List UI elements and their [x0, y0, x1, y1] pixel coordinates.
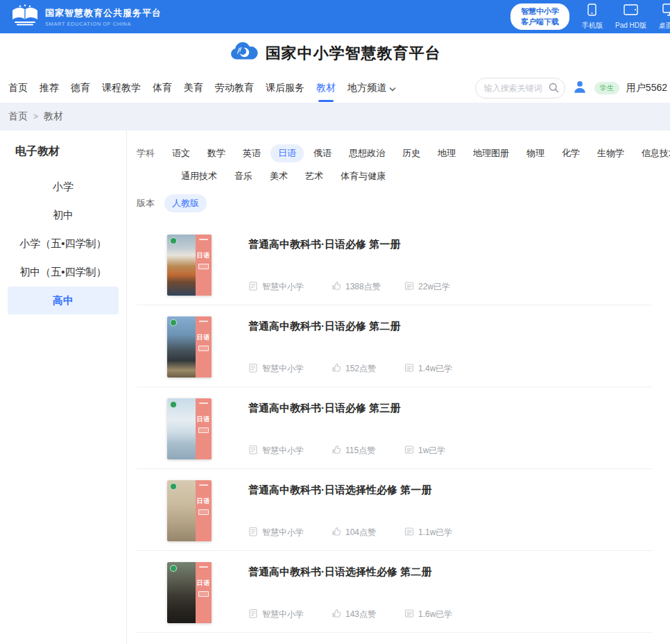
subject-filter-item[interactable]: 英语 [235, 144, 268, 162]
nav-item-local-channels[interactable]: 地方频道 [347, 79, 396, 97]
search-icon[interactable] [549, 83, 559, 96]
tablet-icon [624, 3, 638, 19]
nav-item[interactable]: 德育 [71, 79, 90, 97]
book-learned-count: 1.1w已学 [418, 527, 452, 539]
sidebar-item[interactable]: 小学 [8, 173, 119, 201]
sidebar-item[interactable]: 小学（五•四学制） [8, 230, 119, 257]
subject-filter-item[interactable]: 信息技术 [634, 144, 670, 162]
thumbs-up-icon [332, 527, 341, 539]
breadcrumb-home-link[interactable]: 首页 [8, 110, 28, 123]
book-likes: 1388点赞 [345, 281, 381, 293]
subject-filter-item[interactable]: 数学 [200, 144, 233, 162]
breadcrumb-current: 教材 [44, 110, 63, 123]
nav-item[interactable]: 课后服务 [266, 79, 304, 97]
user-avatar-icon[interactable] [572, 79, 587, 97]
book-likes: 152点赞 [345, 363, 376, 375]
version-filter-label: 版本 [137, 197, 155, 210]
book-publisher: 智慧中小学 [262, 609, 304, 620]
phone-icon [587, 3, 596, 19]
book-title[interactable]: 普通高中教科书·日语必修 第一册 [248, 238, 652, 251]
cover-grade-badge [198, 591, 209, 597]
book-list-item[interactable]: 日语 普通高中教科书·日语必修 第三册 智慧中小学 [137, 387, 652, 469]
subject-filter-item[interactable]: 历史 [395, 144, 428, 162]
role-badge: 学生 [594, 82, 619, 94]
book-title[interactable]: 普通高中教科书·日语选择性必修 第二册 [248, 566, 652, 579]
nav-item[interactable]: 体育 [153, 79, 172, 97]
platform-title: 国家智慧教育公共服务平台 [45, 7, 162, 19]
book-list-item[interactable]: 日语 普通高中教科书·日语选择性必修 第二册 智慧中小学 [137, 551, 652, 633]
book-publisher: 智慧中小学 [262, 527, 304, 539]
sidebar-item[interactable]: 初中（五•四学制） [8, 258, 119, 286]
subject-filter-item[interactable]: 艺术 [298, 167, 331, 185]
publisher-icon [248, 281, 258, 293]
book-cover[interactable]: 日语 [167, 480, 212, 541]
book-cover[interactable]: 日语 [167, 562, 212, 623]
learned-icon [404, 445, 414, 457]
book-meta: 智慧中小学 143点赞 [248, 609, 452, 620]
book-cover[interactable]: 日语 [167, 398, 212, 459]
nav-item[interactable]: 劳动教育 [215, 79, 254, 97]
sidebar-title: 电子教材 [15, 144, 126, 159]
nav-item[interactable]: 课程教学 [102, 79, 141, 97]
book-meta: 智慧中小学 152点赞 [248, 363, 452, 375]
nav-item[interactable]: 首页 [8, 79, 28, 97]
subject-filter-item[interactable]: 音乐 [227, 167, 260, 185]
book-title[interactable]: 普通高中教科书·日语选择性必修 第一册 [248, 484, 652, 497]
nav-item[interactable]: 教材 [316, 79, 336, 97]
book-list-item[interactable]: 日语 普通高中教科书·日语必修 第一册 智慧中小学 [137, 223, 652, 305]
pad-hd-version-button[interactable]: Pad HD版 [615, 3, 646, 31]
subject-filter-item[interactable]: 思想政治 [341, 144, 393, 162]
subject-filter-row: 学科 语文 数学 英语 日语 俄语 思想政治 历史 地理 地理图册 物理 [137, 144, 652, 162]
subject-filter-item[interactable]: 俄语 [306, 144, 339, 162]
book-likes: 104点赞 [345, 527, 376, 539]
book-list-item[interactable]: 日语 普通高中教科书·日语必修 第二册 智慧中小学 [137, 305, 652, 387]
sidebar-item[interactable]: 高中 [8, 287, 119, 314]
publisher-logo-icon [170, 237, 177, 244]
cover-grade-badge [198, 264, 209, 269]
subject-filter-item[interactable]: 生物学 [590, 144, 632, 162]
nav-item[interactable]: 推荐 [40, 79, 59, 97]
subject-filter-item[interactable]: 地理 [430, 144, 463, 162]
breadcrumb: 首页 > 教材 [0, 103, 670, 130]
sidebar-item[interactable]: 初中 [8, 201, 119, 229]
subject-filter-item[interactable]: 物理 [519, 144, 552, 162]
subject-filter-item[interactable]: 地理图册 [465, 144, 517, 162]
thumbs-up-icon [332, 281, 341, 293]
thumbs-up-icon [332, 609, 341, 620]
book-cover[interactable]: 日语 [167, 316, 212, 378]
book-list-item[interactable]: 日语 普通高中教科书·日语选择性必修 第一册 智慧中小学 [137, 469, 652, 551]
subject-filter-item[interactable]: 美术 [262, 167, 295, 185]
sidebar-ebook-levels: 电子教材 小学 初中 小学（五•四学制） 初中（五•四学制） 高中 [0, 130, 127, 644]
cover-grade-badge [198, 509, 209, 515]
subject-filter-row-2: 通用技术 音乐 美术 艺术 体育与健康 [137, 167, 652, 185]
book-cover[interactable]: 日语 [167, 235, 212, 296]
thumbs-up-icon [332, 363, 341, 375]
top-service-bar: 国家智慧教育公共服务平台 SMART EDUCATION OF CHINA 智慧… [0, 0, 670, 33]
subject-filter-item[interactable]: 体育与健康 [333, 167, 393, 185]
book-title[interactable]: 普通高中教科书·日语必修 第三册 [248, 402, 652, 415]
subject-filter-label: 学科 [137, 147, 155, 160]
subject-filter-item[interactable]: 日语 [270, 144, 304, 162]
book-learned-count: 1w已学 [418, 445, 445, 457]
open-book-logo-icon [11, 4, 39, 29]
cloud-logo-icon [230, 41, 259, 66]
version-filter-item[interactable]: 人教版 [164, 194, 207, 212]
book-title[interactable]: 普通高中教科书·日语必修 第二册 [248, 320, 652, 333]
subject-filter-item[interactable]: 化学 [554, 144, 587, 162]
subject-filter-item[interactable]: 通用技术 [173, 167, 225, 185]
desktop-version-button[interactable]: 桌面端 [659, 3, 670, 31]
platform-logo[interactable]: 国家智慧教育公共服务平台 SMART EDUCATION OF CHINA [11, 4, 162, 29]
username[interactable]: 用户5562 [626, 82, 667, 94]
desktop-icon [662, 3, 670, 19]
book-likes: 143点赞 [345, 609, 376, 620]
publisher-icon [248, 609, 258, 620]
publisher-icon [248, 527, 258, 539]
learned-icon [404, 609, 414, 620]
cover-grade-badge [198, 346, 209, 351]
book-meta: 智慧中小学 104点赞 [248, 527, 452, 539]
nav-item[interactable]: 美育 [184, 79, 203, 97]
client-download-button[interactable]: 智慧中小学 客户端下载 [510, 3, 569, 30]
mobile-version-button[interactable]: 手机版 [582, 3, 603, 31]
subject-filter-item[interactable]: 语文 [164, 144, 198, 162]
thumbs-up-icon [332, 445, 341, 457]
